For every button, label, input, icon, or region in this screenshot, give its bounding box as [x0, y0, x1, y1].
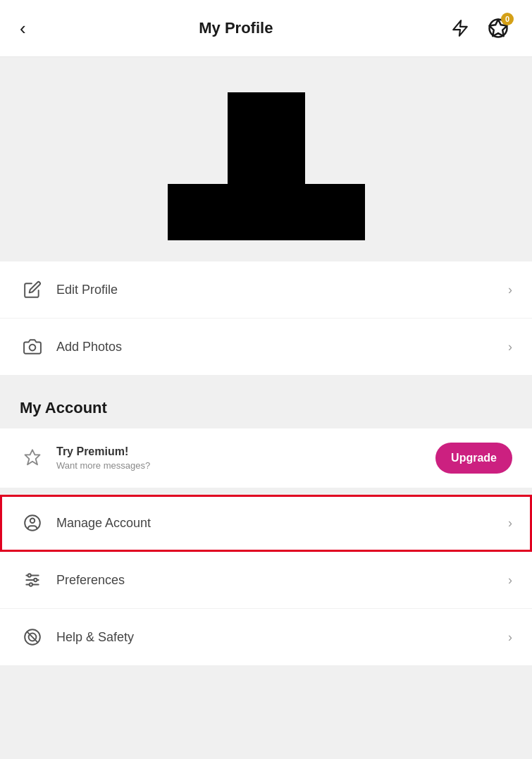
camera-icon — [20, 334, 45, 359]
edit-profile-chevron: › — [508, 283, 512, 297]
diamond-icon — [20, 445, 45, 471]
account-menu-section: Manage Account › Preferences › Help & Sa… — [0, 495, 532, 665]
premium-banner: Try Premium! Want more messages? Upgrade — [0, 428, 532, 488]
preferences-chevron: › — [508, 573, 512, 588]
manage-account-chevron: › — [508, 516, 512, 531]
header-right: 0 — [446, 14, 512, 42]
help-safety-label: Help & Safety — [56, 630, 508, 645]
premium-subtitle: Want more messages? — [56, 460, 435, 471]
profile-silhouette — [168, 92, 365, 240]
person-circle-icon — [20, 510, 45, 536]
silhouette-head — [228, 92, 305, 184]
svg-point-11 — [30, 583, 32, 586]
svg-point-5 — [30, 519, 35, 524]
upgrade-button[interactable]: Upgrade — [435, 443, 512, 474]
preferences-item[interactable]: Preferences › — [0, 552, 532, 609]
svg-point-9 — [28, 574, 31, 576]
add-photos-item[interactable]: Add Photos › — [0, 319, 532, 375]
sliders-icon — [20, 567, 45, 593]
premium-text-block: Try Premium! Want more messages? — [56, 445, 435, 471]
favorites-icon-button[interactable]: 0 — [484, 14, 512, 42]
help-safety-chevron: › — [508, 630, 512, 645]
edit-profile-item[interactable]: Edit Profile › — [0, 261, 532, 319]
header: ‹ My Profile 0 — [0, 0, 532, 57]
edit-profile-label: Edit Profile — [56, 283, 508, 297]
svg-point-10 — [34, 579, 37, 581]
preferences-label: Preferences — [56, 573, 508, 588]
page-title: My Profile — [199, 19, 273, 37]
avatar — [196, 85, 337, 240]
back-button[interactable]: ‹ — [20, 18, 26, 39]
svg-marker-0 — [453, 20, 467, 36]
profile-menu-section: Edit Profile › Add Photos › — [0, 261, 532, 375]
help-safety-item[interactable]: Help & Safety › — [0, 609, 532, 665]
add-photos-chevron: › — [508, 340, 512, 354]
pencil-icon — [20, 277, 45, 302]
flash-icon-button[interactable] — [446, 14, 474, 42]
shield-icon — [20, 624, 45, 650]
my-account-section-header: My Account — [0, 382, 532, 428]
profile-section — [0, 57, 532, 261]
my-account-title: My Account — [20, 399, 512, 417]
svg-point-3 — [30, 345, 36, 351]
add-photos-label: Add Photos — [56, 340, 508, 354]
notification-badge: 0 — [501, 13, 514, 25]
manage-account-label: Manage Account — [56, 516, 508, 531]
header-left: ‹ — [20, 18, 26, 39]
manage-account-item[interactable]: Manage Account › — [0, 495, 532, 552]
silhouette-shoulders — [168, 184, 365, 240]
premium-title: Try Premium! — [56, 445, 435, 458]
